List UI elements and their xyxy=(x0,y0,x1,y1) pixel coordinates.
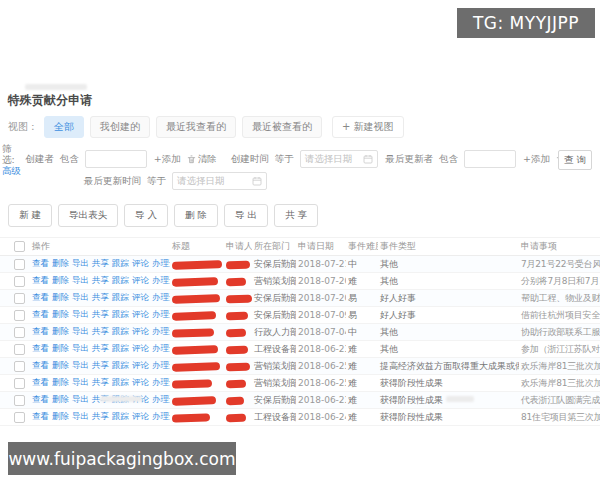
row-action-comment[interactable]: 评论 xyxy=(132,309,149,321)
row-department: 行政人力部 xyxy=(252,324,296,341)
row-action-view[interactable]: 查看 xyxy=(32,275,49,287)
row-action-track[interactable]: 跟踪 xyxy=(112,411,129,423)
row-action-delete[interactable]: 删除 xyxy=(52,411,69,423)
creator-input[interactable] xyxy=(85,150,147,168)
toolbar-button-4[interactable]: 导 出 xyxy=(224,204,268,227)
row-action-comment[interactable]: 评论 xyxy=(132,326,149,338)
row-action-view[interactable]: 查看 xyxy=(32,292,49,304)
view-tab-0[interactable]: 全部 xyxy=(44,116,84,138)
row-action-track[interactable]: 跟踪 xyxy=(112,309,129,321)
row-action-share[interactable]: 共享 xyxy=(92,275,109,287)
row-checkbox[interactable] xyxy=(14,378,25,389)
row-action-progress[interactable]: 办理进度 xyxy=(152,258,170,270)
row-action-delete[interactable]: 删除 xyxy=(52,377,69,389)
toolbar-button-2[interactable]: 导 入 xyxy=(124,204,168,227)
row-action-export[interactable]: 导出 xyxy=(72,394,89,406)
row-action-comment[interactable]: 评论 xyxy=(132,411,149,423)
row-action-view[interactable]: 查看 xyxy=(32,377,49,389)
row-checkbox[interactable] xyxy=(14,259,25,270)
toolbar-button-5[interactable]: 共 享 xyxy=(274,204,318,227)
row-action-export[interactable]: 导出 xyxy=(72,343,89,355)
row-action-progress[interactable]: 办理进度 xyxy=(152,411,170,423)
last-updater-add-link[interactable]: +添加 xyxy=(523,153,550,166)
row-checkbox[interactable] xyxy=(14,310,25,321)
row-action-delete[interactable]: 删除 xyxy=(52,360,69,372)
row-checkbox[interactable] xyxy=(14,412,25,423)
search-button[interactable]: 查 询 xyxy=(558,150,592,170)
advanced-filter-link[interactable]: 高级 xyxy=(2,165,21,176)
row-checkbox[interactable] xyxy=(14,395,25,406)
creator-add-link[interactable]: +添加 xyxy=(154,153,181,166)
row-action-delete[interactable]: 删除 xyxy=(52,258,69,270)
row-action-view[interactable]: 查看 xyxy=(32,411,49,423)
row-action-export[interactable]: 导出 xyxy=(72,326,89,338)
last-updater-input[interactable] xyxy=(464,150,516,168)
toolbar-button-0[interactable]: 新 建 xyxy=(8,204,52,227)
row-action-delete[interactable]: 删除 xyxy=(52,275,69,287)
row-action-comment[interactable]: 评论 xyxy=(132,292,149,304)
row-action-share[interactable]: 共享 xyxy=(92,258,109,270)
row-action-export[interactable]: 导出 xyxy=(72,377,89,389)
view-tab-1[interactable]: 我创建的 xyxy=(90,116,150,138)
row-action-export[interactable]: 导出 xyxy=(72,411,89,423)
row-action-share[interactable]: 共享 xyxy=(92,411,109,423)
table-row: 查看删除导出共享跟踪评论办理进度行政人力部2018-07-04中其他协助行政部联… xyxy=(0,324,600,341)
row-action-comment[interactable]: 评论 xyxy=(132,275,149,287)
row-action-track[interactable]: 跟踪 xyxy=(112,343,129,355)
row-action-share[interactable]: 共享 xyxy=(92,360,109,372)
row-action-export[interactable]: 导出 xyxy=(72,309,89,321)
new-view-button[interactable]: + 新建视图 xyxy=(332,116,404,138)
row-action-export[interactable]: 导出 xyxy=(72,275,89,287)
row-action-view[interactable]: 查看 xyxy=(32,394,49,406)
row-action-view[interactable]: 查看 xyxy=(32,258,49,270)
row-checkbox[interactable] xyxy=(14,293,25,304)
row-action-delete[interactable]: 删除 xyxy=(52,394,69,406)
row-action-share[interactable]: 共享 xyxy=(92,326,109,338)
row-action-progress[interactable]: 办理进度 xyxy=(152,394,170,406)
created-time-date-input[interactable]: 请选择日期 xyxy=(300,150,378,168)
row-action-share[interactable]: 共享 xyxy=(92,377,109,389)
row-action-progress[interactable]: 办理进度 xyxy=(152,343,170,355)
row-action-share[interactable]: 共享 xyxy=(92,343,109,355)
row-action-track[interactable]: 跟踪 xyxy=(112,377,129,389)
row-checkbox[interactable] xyxy=(14,327,25,338)
row-action-export[interactable]: 导出 xyxy=(72,292,89,304)
row-action-progress[interactable]: 办理进度 xyxy=(152,377,170,389)
row-action-progress[interactable]: 办理进度 xyxy=(152,292,170,304)
view-tab-2[interactable]: 最近我查看的 xyxy=(156,116,236,138)
select-all-checkbox[interactable] xyxy=(14,241,25,252)
row-action-delete[interactable]: 删除 xyxy=(52,292,69,304)
row-action-progress[interactable]: 办理进度 xyxy=(152,309,170,321)
row-action-track[interactable]: 跟踪 xyxy=(112,275,129,287)
row-action-comment[interactable]: 评论 xyxy=(132,258,149,270)
creator-clear-link[interactable]: 清除 xyxy=(187,153,217,166)
row-action-view[interactable]: 查看 xyxy=(32,309,49,321)
row-checkbox[interactable] xyxy=(14,361,25,372)
row-action-progress[interactable]: 办理进度 xyxy=(152,360,170,372)
row-action-view[interactable]: 查看 xyxy=(32,360,49,372)
row-action-track[interactable]: 跟踪 xyxy=(112,360,129,372)
row-action-comment[interactable]: 评论 xyxy=(132,377,149,389)
row-action-view[interactable]: 查看 xyxy=(32,343,49,355)
row-action-comment[interactable]: 评论 xyxy=(132,343,149,355)
row-action-view[interactable]: 查看 xyxy=(32,326,49,338)
toolbar-button-1[interactable]: 导出表头 xyxy=(58,204,118,227)
row-action-track[interactable]: 跟踪 xyxy=(112,292,129,304)
row-action-track[interactable]: 跟踪 xyxy=(112,258,129,270)
row-action-export[interactable]: 导出 xyxy=(72,258,89,270)
row-checkbox[interactable] xyxy=(14,276,25,287)
row-action-progress[interactable]: 办理进度 xyxy=(152,275,170,287)
row-action-progress[interactable]: 办理进度 xyxy=(152,326,170,338)
row-action-comment[interactable]: 评论 xyxy=(132,360,149,372)
row-action-delete[interactable]: 删除 xyxy=(52,343,69,355)
row-checkbox[interactable] xyxy=(14,344,25,355)
last-updated-date-input[interactable]: 请选择日期 xyxy=(172,172,267,190)
toolbar-button-3[interactable]: 删 除 xyxy=(174,204,218,227)
row-action-track[interactable]: 跟踪 xyxy=(112,326,129,338)
row-action-export[interactable]: 导出 xyxy=(72,360,89,372)
row-action-share[interactable]: 共享 xyxy=(92,292,109,304)
row-action-delete[interactable]: 删除 xyxy=(52,309,69,321)
row-action-delete[interactable]: 删除 xyxy=(52,326,69,338)
row-action-share[interactable]: 共享 xyxy=(92,309,109,321)
view-tab-3[interactable]: 最近被查看的 xyxy=(242,116,322,138)
